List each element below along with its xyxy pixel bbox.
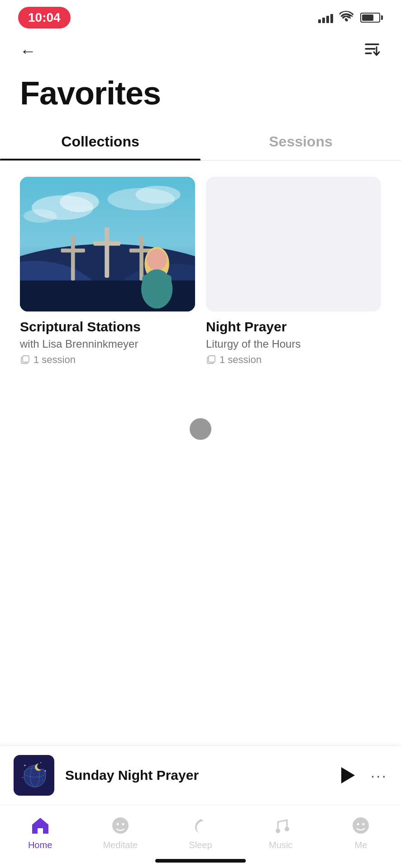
nav-item-music[interactable]: Music	[241, 816, 321, 850]
mini-player: Sunday Night Prayer ···	[0, 745, 401, 805]
sleep-icon	[191, 816, 210, 837]
svg-point-43	[285, 827, 289, 831]
collections-grid: Scriptural Stations with Lisa Brenninkme…	[0, 160, 401, 382]
svg-point-19	[147, 249, 167, 270]
svg-point-6	[136, 186, 181, 204]
signal-icon	[318, 12, 333, 23]
svg-rect-21	[142, 275, 171, 297]
svg-point-42	[276, 829, 280, 833]
svg-point-30	[22, 777, 23, 778]
collection-title-night-prayer: Night Prayer	[206, 319, 381, 335]
page-title: Favorites	[0, 70, 401, 125]
svg-rect-25	[209, 356, 215, 362]
battery-icon	[360, 13, 383, 23]
svg-point-38	[37, 763, 43, 769]
home-indicator	[155, 859, 246, 863]
loading-indicator	[190, 418, 211, 440]
session-count-night-prayer: 1 session	[220, 354, 262, 366]
session-count-scriptural: 1 session	[33, 354, 76, 366]
svg-rect-16	[139, 236, 143, 280]
session-count-icon	[20, 355, 30, 365]
svg-point-45	[357, 823, 359, 826]
home-icon	[29, 816, 51, 837]
tabs-container: Collections Sessions	[0, 125, 401, 160]
bottom-nav: Home Meditate Sleep Mus	[0, 805, 401, 868]
nav-item-me[interactable]: Me	[321, 816, 401, 850]
svg-point-4	[60, 192, 99, 212]
play-button[interactable]	[335, 764, 358, 787]
mini-player-title: Sunday Night Prayer	[65, 768, 325, 783]
tab-collections[interactable]: Collections	[0, 125, 200, 160]
svg-point-41	[122, 823, 124, 826]
wifi-icon	[339, 11, 354, 25]
music-icon	[272, 816, 290, 837]
collection-thumbnail-night-prayer	[206, 177, 381, 311]
nav-item-meditate[interactable]: Meditate	[80, 816, 160, 850]
session-count-icon-2	[206, 355, 216, 365]
collection-thumbnail-scriptural	[20, 177, 195, 311]
tab-sessions[interactable]: Sessions	[200, 125, 401, 160]
nav-label-sleep: Sleep	[189, 840, 212, 850]
mini-player-info: Sunday Night Prayer	[65, 768, 325, 783]
svg-point-46	[363, 823, 365, 826]
meditate-icon	[110, 816, 131, 837]
svg-point-44	[353, 817, 369, 834]
status-bar: 10:04	[0, 0, 401, 32]
collection-meta-scriptural: 1 session	[20, 354, 195, 366]
status-icons	[318, 11, 383, 25]
svg-point-28	[40, 762, 41, 763]
mini-player-thumbnail	[14, 755, 54, 796]
collection-meta-night-prayer: 1 session	[206, 354, 381, 366]
nav-item-sleep[interactable]: Sleep	[160, 816, 240, 850]
svg-rect-12	[105, 227, 109, 278]
svg-rect-15	[61, 249, 85, 253]
nav-label-meditate: Meditate	[103, 840, 138, 850]
svg-rect-23	[23, 356, 29, 362]
mini-player-controls: ···	[335, 764, 387, 787]
svg-point-40	[116, 823, 119, 826]
nav-label-home: Home	[28, 840, 52, 850]
collection-card-scriptural-stations[interactable]: Scriptural Stations with Lisa Brenninkme…	[20, 177, 195, 366]
nav-item-home[interactable]: Home	[0, 816, 80, 850]
collection-subtitle-scriptural: with Lisa Brenninkmeyer	[20, 338, 195, 350]
collection-card-night-prayer[interactable]: Night Prayer Liturgy of the Hours 1 sess…	[206, 177, 381, 366]
nav-label-music: Music	[269, 840, 292, 850]
collection-subtitle-night-prayer: Liturgy of the Hours	[206, 338, 381, 350]
svg-rect-13	[93, 241, 120, 246]
nav-label-me: Me	[355, 840, 368, 850]
svg-point-1	[346, 19, 348, 21]
more-options-button[interactable]: ···	[371, 768, 387, 783]
time-display: 10:04	[18, 7, 71, 28]
globe-icon	[16, 757, 52, 793]
collection-title-scriptural: Scriptural Stations	[20, 319, 195, 335]
svg-point-7	[23, 209, 57, 223]
me-icon	[350, 816, 371, 837]
sort-button[interactable]	[363, 41, 381, 61]
back-button[interactable]: ←	[20, 43, 36, 59]
svg-point-27	[24, 765, 26, 766]
svg-rect-14	[71, 236, 75, 280]
nav-header: ←	[0, 32, 401, 70]
svg-point-39	[112, 817, 129, 834]
